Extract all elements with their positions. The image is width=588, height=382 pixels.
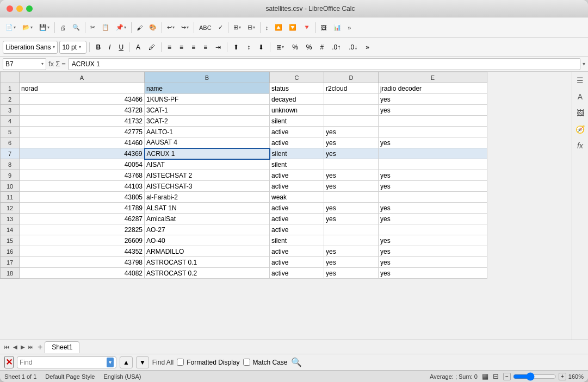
cell-a-4[interactable]: 41732 [20, 116, 145, 127]
cell-d-5[interactable]: yes [324, 127, 379, 137]
percent-button[interactable]: % [303, 41, 315, 54]
cell-b-17[interactable]: ASTROCAST 0.1 [145, 257, 270, 268]
cell-b-5[interactable]: AALTO-1 [145, 127, 270, 137]
row-number[interactable]: 17 [1, 257, 20, 268]
cell-b-9[interactable]: AISTECHSAT 2 [145, 170, 270, 181]
background-button[interactable]: % [289, 41, 301, 54]
save-button[interactable]: 💾 ▾ [36, 20, 52, 35]
find-next-button[interactable]: ▼ [136, 356, 149, 368]
cell-d-4[interactable] [324, 116, 379, 127]
tab-prev-button[interactable]: ◀ [11, 344, 19, 350]
cell-a-14[interactable]: 22825 [20, 224, 145, 235]
cell-c-3[interactable]: unknown [270, 105, 324, 116]
cell-e-12[interactable]: yes [379, 203, 487, 214]
cell-a-10[interactable]: 44103 [20, 181, 145, 192]
col-header-E[interactable]: E [379, 72, 487, 83]
cell-d-6[interactable]: yes [324, 137, 379, 148]
cell-a-5[interactable]: 42775 [20, 127, 145, 137]
cell-c-9[interactable]: active [270, 170, 324, 181]
paint-button[interactable]: 🎨 [146, 20, 159, 35]
cell-d-9[interactable]: yes [324, 170, 379, 181]
cell-a-13[interactable]: 46287 [20, 214, 145, 224]
cell-c-16[interactable]: active [270, 246, 324, 257]
cell-c-13[interactable]: active [270, 214, 324, 224]
col-header-D[interactable]: D [324, 72, 379, 83]
align-center-button[interactable]: ≡ [176, 41, 187, 54]
cell-e-7[interactable] [379, 148, 487, 159]
autofilter-button[interactable]: 🔻 [300, 20, 313, 35]
column-button[interactable]: ⊟ ▾ [245, 20, 258, 35]
justify-button[interactable]: ≡ [200, 41, 211, 54]
decimal-dec-button[interactable]: .0↓ [345, 41, 361, 54]
row-number[interactable]: 9 [1, 170, 20, 181]
match-case-checkbox[interactable] [243, 359, 250, 366]
cell-c-17[interactable]: active [270, 257, 324, 268]
cell-c-1[interactable]: status [270, 83, 324, 94]
cell-a-1[interactable]: norad [20, 83, 145, 94]
undo-button[interactable]: ↩ ▾ [164, 20, 177, 35]
cell-b-18[interactable]: ASTROCAST 0.2 [145, 268, 270, 279]
minimize-button[interactable] [16, 5, 23, 12]
sort-az-button[interactable]: 🔼 [272, 20, 285, 35]
align-left-button[interactable]: ≡ [164, 41, 175, 54]
cell-b-7[interactable]: ACRUX 1 [145, 148, 270, 159]
font-color-button[interactable]: A [133, 41, 144, 54]
col-header-B[interactable]: B [145, 72, 270, 83]
cell-e-13[interactable]: yes [379, 214, 487, 224]
row-number[interactable]: 6 [1, 137, 20, 148]
border-button[interactable]: ⊞ ▾ [273, 41, 287, 54]
col-header-A[interactable]: A [20, 72, 145, 83]
cell-b-15[interactable]: AO-40 [145, 235, 270, 246]
zoom-in-button[interactable]: + [559, 373, 566, 380]
row-number[interactable]: 5 [1, 127, 20, 137]
cell-a-11[interactable]: 43805 [20, 192, 145, 203]
row-number[interactable]: 15 [1, 235, 20, 246]
cell-a-6[interactable]: 41460 [20, 137, 145, 148]
sigma-icon[interactable]: Σ [55, 60, 60, 68]
cell-c-4[interactable]: silent [270, 116, 324, 127]
tab-next-button[interactable]: ▶ [19, 344, 27, 350]
cell-a-18[interactable]: 44082 [20, 268, 145, 279]
properties-icon[interactable]: ☰ [574, 74, 586, 86]
cell-b-8[interactable]: AISAT [145, 159, 270, 170]
gallery-icon[interactable]: 🖼 [574, 107, 586, 119]
cell-c-11[interactable]: weak [270, 192, 324, 203]
cell-e-1[interactable]: jradio decoder [379, 83, 487, 94]
sheet-view-normal[interactable]: ▦ [482, 372, 488, 380]
cell-e-11[interactable] [379, 192, 487, 203]
row-number[interactable]: 1 [1, 83, 20, 94]
cell-d-2[interactable] [324, 94, 379, 105]
cell-b-12[interactable]: ALSAT 1N [145, 203, 270, 214]
cell-d-15[interactable] [324, 235, 379, 246]
highlight-button[interactable]: 🖊 [145, 41, 158, 54]
cell-e-14[interactable] [379, 224, 487, 235]
print-preview-button[interactable]: 🔍 [70, 20, 83, 35]
sort-asc-button[interactable]: ↕ [263, 20, 271, 35]
formula-expand-button[interactable]: ▾ [583, 61, 585, 67]
valign-top-button[interactable]: ⬆ [230, 41, 242, 54]
find-options-icon[interactable]: 🔍 [291, 357, 302, 367]
cell-e-16[interactable]: yes [379, 246, 487, 257]
formula-input[interactable]: ACRUX 1 [68, 58, 580, 70]
styles-icon[interactable]: A [574, 91, 586, 103]
image-button[interactable]: 🖼 [318, 20, 330, 35]
cell-d-8[interactable] [324, 159, 379, 170]
spellcheck-button[interactable]: ABC [196, 20, 214, 35]
print-button[interactable]: 🖨 [57, 20, 69, 35]
cut-button[interactable]: ✂ [88, 20, 98, 35]
bold-button[interactable]: B [92, 41, 104, 54]
row-number[interactable]: 3 [1, 105, 20, 116]
cell-d-12[interactable]: yes [324, 203, 379, 214]
cell-b-14[interactable]: AO-27 [145, 224, 270, 235]
cell-e-6[interactable]: yes [379, 137, 487, 148]
clone-format-button[interactable]: 🖌 [134, 20, 145, 35]
cell-c-5[interactable]: active [270, 127, 324, 137]
cell-c-12[interactable]: active [270, 203, 324, 214]
cell-a-15[interactable]: 26609 [20, 235, 145, 246]
row-number[interactable]: 4 [1, 116, 20, 127]
row-number[interactable]: 10 [1, 181, 20, 192]
row-number[interactable]: 12 [1, 203, 20, 214]
cell-a-3[interactable]: 43728 [20, 105, 145, 116]
cell-a-2[interactable]: 43466 [20, 94, 145, 105]
cell-b-6[interactable]: AAUSAT 4 [145, 137, 270, 148]
